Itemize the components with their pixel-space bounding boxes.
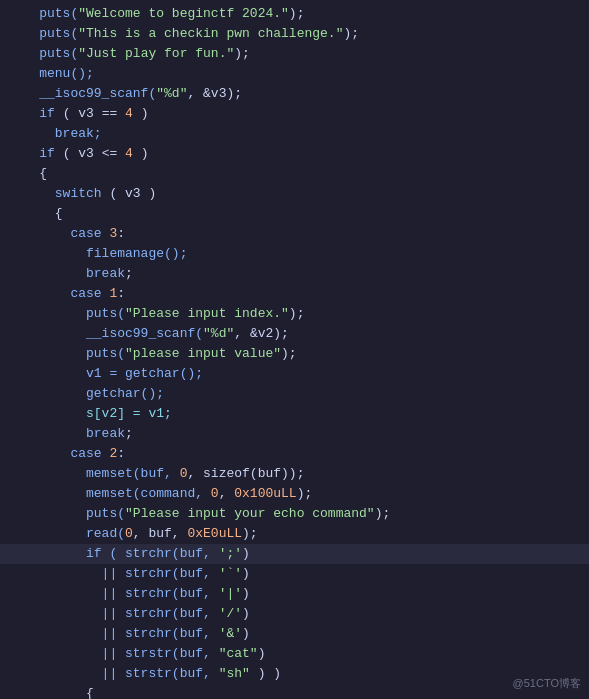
code-token: switch: [55, 186, 102, 201]
table-row: puts("This is a checkin pwn challenge.")…: [0, 24, 589, 44]
code-token: );: [289, 306, 305, 321]
code-token: "sh": [219, 666, 250, 681]
code-token: case: [70, 286, 101, 301]
code-token: , sizeof(buf));: [187, 466, 304, 481]
code-token: "please input value": [125, 346, 281, 361]
code-line-content: read(0, buf, 0xE0uLL);: [0, 524, 589, 544]
table-row: if ( v3 == 4 ): [0, 104, 589, 124]
code-token: ( v3 ): [102, 186, 157, 201]
code-token: '/': [219, 606, 242, 621]
table-row: break;: [0, 424, 589, 444]
table-row: memset(command, 0, 0x100uLL);: [0, 484, 589, 504]
table-row: v1 = getchar();: [0, 364, 589, 384]
code-token: [8, 426, 86, 441]
code-token: [8, 146, 39, 161]
table-row: memset(buf, 0, sizeof(buf));: [0, 464, 589, 484]
code-line-content: getchar();: [0, 384, 589, 404]
code-token: %d: [164, 86, 180, 101]
code-token: :: [117, 226, 125, 241]
code-token: puts(: [8, 506, 125, 521]
code-token: break: [86, 426, 125, 441]
code-line-content: switch ( v3 ): [0, 184, 589, 204]
code-token: puts(: [8, 46, 78, 61]
table-row: break;: [0, 124, 589, 144]
code-token: );: [289, 6, 305, 21]
code-line-content: {: [0, 204, 589, 224]
code-token: ;: [125, 426, 133, 441]
code-token: "Please input index.": [125, 306, 289, 321]
table-row: puts("please input value");: [0, 344, 589, 364]
code-line-content: || strstr(buf, "cat"): [0, 644, 589, 664]
code-token: );: [242, 526, 258, 541]
code-line-content: if ( v3 == 4 ): [0, 104, 589, 124]
code-line-content: if ( strchr(buf, ';'): [0, 544, 589, 564]
code-token: );: [297, 486, 313, 501]
code-token: puts(: [8, 346, 125, 361]
code-token: [8, 546, 86, 561]
code-token: );: [234, 46, 250, 61]
table-row: read(0, buf, 0xE0uLL);: [0, 524, 589, 544]
code-token: ): [133, 146, 149, 161]
code-token: puts(: [8, 26, 78, 41]
code-token: [8, 286, 70, 301]
code-token: 0xE0uLL: [187, 526, 242, 541]
code-token: );: [343, 26, 359, 41]
code-token: break;: [8, 126, 102, 141]
code-token: case: [70, 446, 101, 461]
code-line-content: break;: [0, 424, 589, 444]
code-line-content: memset(command, 0, 0x100uLL);: [0, 484, 589, 504]
code-token: break: [86, 266, 125, 281]
code-token: ;: [125, 266, 133, 281]
code-token: [8, 266, 86, 281]
code-token: {: [8, 166, 47, 181]
code-token: :: [117, 446, 125, 461]
code-token: {: [8, 686, 94, 699]
table-row: puts("Please input index.");: [0, 304, 589, 324]
table-row: || strchr(buf, '|'): [0, 584, 589, 604]
code-token: "Welcome to beginctf 2024.": [78, 6, 289, 21]
code-line-content: __isoc99_scanf("%d", &v2);: [0, 324, 589, 344]
table-row: case 2:: [0, 444, 589, 464]
code-line-content: puts("Just play for fun.");: [0, 44, 589, 64]
table-row: puts("Welcome to beginctf 2024.");: [0, 4, 589, 24]
table-row: __isoc99_scanf("%d", &v2);: [0, 324, 589, 344]
table-row: getchar();: [0, 384, 589, 404]
code-token: '&': [219, 626, 242, 641]
table-row: {: [0, 684, 589, 699]
code-token: {: [8, 206, 63, 221]
table-row: if ( v3 <= 4 ): [0, 144, 589, 164]
code-token: || strchr(buf,: [8, 586, 219, 601]
code-token: );: [281, 346, 297, 361]
code-line-content: puts("Welcome to beginctf 2024.");: [0, 4, 589, 24]
code-token: [8, 186, 55, 201]
code-token: "This is a checkin pwn challenge.": [78, 26, 343, 41]
code-token: puts(: [8, 306, 125, 321]
code-line-content: {: [0, 684, 589, 699]
code-token: ( v3 <=: [55, 146, 125, 161]
code-token: [8, 106, 39, 121]
code-token: %d: [211, 326, 227, 341]
code-token: || strstr(buf,: [8, 666, 219, 681]
table-row: case 3:: [0, 224, 589, 244]
table-row: filemanage();: [0, 244, 589, 264]
table-row: || strchr(buf, '`'): [0, 564, 589, 584]
code-token: [8, 226, 70, 241]
code-token: ): [258, 646, 266, 661]
code-token: , &v2);: [234, 326, 289, 341]
code-token: if: [39, 146, 55, 161]
code-line-content: puts("please input value");: [0, 344, 589, 364]
code-token: [8, 446, 70, 461]
code-token: v1 = getchar();: [8, 366, 203, 381]
code-line-content: || strchr(buf, '&'): [0, 624, 589, 644]
code-token: );: [375, 506, 391, 521]
code-token: filemanage();: [8, 246, 187, 261]
code-token: puts(: [8, 6, 78, 21]
code-token: ';': [219, 546, 242, 561]
code-token: __isoc99_scanf(: [8, 86, 156, 101]
code-token: 0x100uLL: [234, 486, 296, 501]
code-token: || strchr(buf,: [8, 566, 219, 581]
code-line-content: v1 = getchar();: [0, 364, 589, 384]
code-token: ): [133, 106, 149, 121]
code-token: "cat": [219, 646, 258, 661]
code-token: 0: [125, 526, 133, 541]
